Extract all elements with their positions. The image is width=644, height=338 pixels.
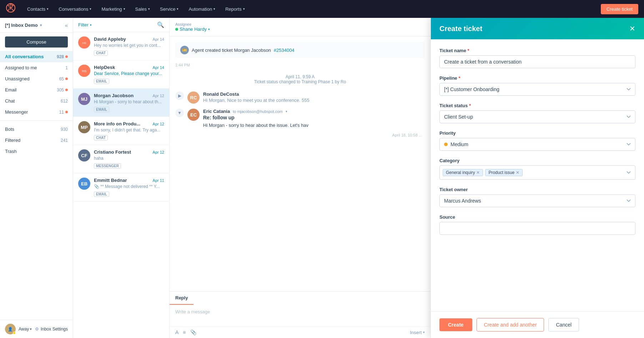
remove-category-product-button[interactable]: ✕ (516, 170, 519, 175)
priority-field: Priority Medium (439, 130, 635, 151)
create-add-another-button[interactable]: Create and add another (477, 318, 544, 332)
category-tag-general: General inquiry ✕ (443, 169, 483, 176)
assigned-count: 1 (65, 65, 68, 70)
inbox-dropdown-icon: ▾ (40, 23, 42, 27)
priority-dot (444, 143, 448, 146)
assignee-info: Assignee Shane Hardy ▾ (175, 22, 210, 32)
ticket-status-field: Ticket status * Client Set-up New In Pro… (439, 103, 635, 123)
panel-close-button[interactable]: ✕ (629, 24, 635, 33)
attachment-icon[interactable]: 📎 (190, 329, 196, 335)
sidebar-item-unassigned[interactable]: Unassigned 65 (0, 73, 73, 84)
user-avatar-status: 👤 (5, 324, 16, 334)
conv-date: Apr 12 (153, 122, 164, 126)
conv-date: Apr 14 (153, 37, 164, 41)
sidebar-header: [*] Inbox Demo ▾ « (0, 18, 73, 33)
system-message: 🎫 Agent created ticket Morgan Jacobson #… (175, 42, 425, 58)
collapse-message-button[interactable]: ▼ (175, 109, 184, 117)
sidebar-item-assigned-to-me[interactable]: Assigned to me 1 (0, 62, 73, 73)
msg-avatar: RC (187, 91, 200, 104)
sidebar-item-chat[interactable]: Chat 612 (0, 95, 73, 106)
conv-date: Apr 12 (153, 94, 164, 98)
unassigned-dot (65, 78, 68, 80)
nav-item-automation[interactable]: Automation ▾ (184, 4, 220, 14)
conv-name: Emmitt Bednar (94, 178, 127, 183)
avatar: MP (78, 121, 90, 133)
reply-toolbar: A ≡ 📎 Insert ▾ (170, 326, 431, 338)
sidebar-collapse-icon[interactable]: « (65, 22, 68, 28)
hubspot-logo[interactable] (6, 3, 16, 15)
list-item[interactable]: MJ Morgan Jacobson Apr 12 Hi Morgan - so… (73, 89, 169, 117)
svg-text:HS: HS (82, 69, 87, 73)
panel-body: Ticket name * Pipeline * [*] Customer On… (431, 39, 644, 311)
nav-item-sales[interactable]: Sales ▾ (131, 4, 155, 14)
sidebar-item-bots[interactable]: Bots 930 (0, 124, 73, 135)
priority-display[interactable]: Medium (439, 138, 635, 151)
messenger-dot (65, 111, 68, 113)
ticket-owner-select[interactable]: Marcus Andrews (439, 194, 635, 207)
conv-name: Cristiano Fortest (94, 149, 131, 155)
all-conv-count: 928 (57, 54, 68, 59)
compose-button[interactable]: Compose (5, 36, 68, 48)
required-star: * (458, 75, 460, 81)
remove-category-general-button[interactable]: ✕ (476, 170, 480, 175)
ticket-name-input[interactable] (439, 55, 635, 68)
sidebar-item-trash[interactable]: Trash (0, 146, 73, 157)
reply-input-area[interactable]: Write a message (170, 305, 431, 326)
nav-item-marketing[interactable]: Marketing ▾ (97, 4, 129, 14)
conv-preview: I'm sorry, I didn't get that. Try aga... (94, 128, 164, 133)
ticket-owner-label: Ticket owner (439, 187, 635, 192)
sidebar-item-filtered[interactable]: Filtered 241 (0, 135, 73, 146)
conv-preview: haha (94, 156, 164, 161)
create-button[interactable]: Create (439, 318, 472, 331)
list-item[interactable]: HS David Appleby Apr 14 Hey no worries l… (73, 32, 169, 60)
category-input[interactable]: General inquiry ✕ Product issue ✕ (439, 165, 635, 180)
msg-avatar: EC (187, 109, 200, 121)
sidebar-item-all-conversations[interactable]: All conversations 928 (0, 51, 73, 62)
list-item[interactable]: CF Cristiano Fortest Apr 12 haha MESSENG… (73, 145, 169, 173)
inbox-title[interactable]: [*] Inbox Demo ▾ (5, 23, 42, 28)
user-status-button[interactable]: Away ▾ (19, 327, 32, 332)
msg-subject: Re: follow up (203, 115, 425, 120)
reply-tabs: Reply (170, 292, 431, 305)
reply-tab-reply[interactable]: Reply (170, 292, 193, 305)
inbox-settings-button[interactable]: ⚙ Inbox Settings (35, 327, 68, 332)
ticket-status-select[interactable]: Client Set-up New In Progress Resolved (439, 110, 635, 123)
sidebar: [*] Inbox Demo ▾ « Compose All conversat… (0, 18, 73, 338)
conv-list-header: Filter ▾ 🔍 (73, 18, 169, 32)
list-item[interactable]: HS HelpDesk Apr 14 Dear Service, Please … (73, 60, 169, 89)
insert-chevron-icon: ▾ (423, 330, 425, 334)
attachment-format-icon[interactable]: ≡ (183, 329, 186, 335)
gear-icon: ⚙ (35, 327, 39, 332)
filter-button[interactable]: Filter ▾ (78, 22, 92, 28)
all-conv-dot (65, 55, 68, 58)
assignee-label: Assignee (175, 22, 210, 26)
nav-item-conversations[interactable]: Conversations ▾ (54, 4, 96, 14)
assignee-name[interactable]: Shane Hardy ▾ (175, 26, 210, 32)
sidebar-item-email[interactable]: Email 305 (0, 84, 73, 95)
create-ticket-nav-button[interactable]: Create ticket (601, 4, 638, 14)
conv-detail-header: Assignee Shane Hardy ▾ (170, 18, 431, 36)
conv-date: Apr 11 (153, 178, 164, 183)
list-item[interactable]: MP More info on Produ... Apr 12 I'm sorr… (73, 117, 169, 145)
pipeline-select[interactable]: [*] Customer Onboarding Default Pipeline (439, 83, 635, 96)
text-format-icon[interactable]: A (175, 329, 178, 335)
sidebar-item-messenger[interactable]: Messenger 11 (0, 106, 73, 118)
insert-button[interactable]: Insert ▾ (410, 330, 425, 335)
nav-item-service[interactable]: Service ▾ (156, 4, 183, 14)
expand-message-button[interactable]: ▶ (175, 91, 184, 100)
sidebar-nav: All conversations 928 Assigned to me 1 U… (0, 51, 73, 320)
conv-date: Apr 12 (153, 150, 164, 154)
search-icon[interactable]: 🔍 (157, 21, 164, 28)
timestamp-2: April 18, 10:58 ... (175, 133, 425, 137)
conversation-detail: Assignee Shane Hardy ▾ 🎫 Agent created t… (170, 18, 431, 338)
nav-item-contacts[interactable]: Contacts ▾ (23, 4, 53, 14)
conv-preview: 📎 ** Message not delivered ** Y... (94, 184, 164, 189)
sidebar-footer: 👤 Away ▾ ⚙ Inbox Settings (0, 320, 73, 338)
source-input[interactable] (439, 222, 635, 235)
source-field: Source (439, 214, 635, 235)
panel-header: Create ticket ✕ (431, 18, 644, 39)
nav-item-reports[interactable]: Reports ▾ (221, 4, 249, 14)
list-item[interactable]: EB Emmitt Bednar Apr 11 📎 ** Message not… (73, 173, 169, 202)
cancel-button[interactable]: Cancel (548, 318, 579, 332)
ticket-link[interactable]: #2534004 (274, 48, 295, 53)
